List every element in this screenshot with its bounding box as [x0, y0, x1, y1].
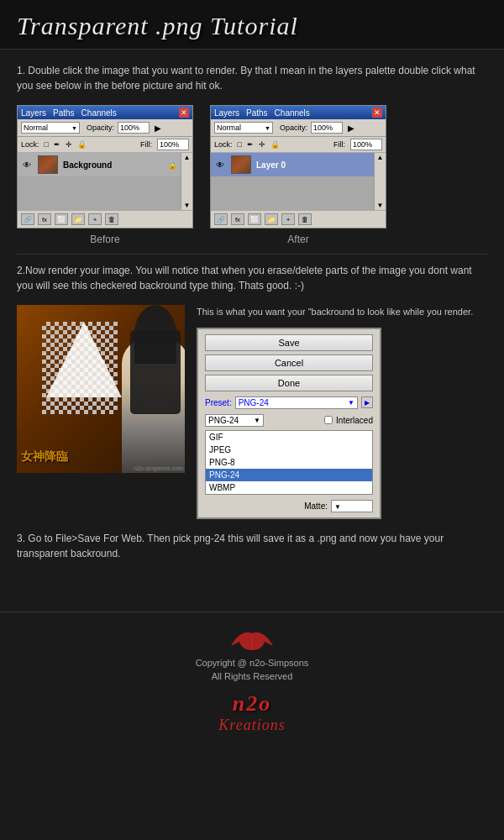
before-fill-label: Fill: — [140, 140, 152, 149]
before-panel-close[interactable]: ✕ — [179, 108, 189, 118]
before-opacity-label: Opacity: — [87, 123, 114, 132]
before-layer-lock-icon: 🔒 — [167, 160, 177, 170]
sfw-matte-row: Matte: ▼ — [198, 498, 380, 517]
sfw-cancel-button[interactable]: Cancel — [205, 354, 373, 371]
after-opacity-input[interactable] — [311, 122, 343, 134]
before-scrollbar[interactable]: ▲ ▼ — [181, 153, 192, 210]
after-btn4[interactable]: 📁 — [265, 213, 278, 225]
before-opacity-input[interactable] — [118, 122, 150, 134]
step2-right: This is what you want your "backround to… — [197, 305, 487, 519]
before-btn1[interactable]: 🔗 — [21, 213, 34, 225]
panels-row: Layers Paths Channels ✕ Normal ▼ Opacity… — [17, 105, 487, 245]
wing-icon — [231, 629, 273, 654]
before-btn4[interactable]: 📁 — [71, 213, 85, 225]
sfw-matte-label: Matte: — [304, 501, 328, 511]
japanese-text: 女神降臨 — [21, 449, 68, 465]
after-panel-titlebar: Layers Paths Channels ✕ — [211, 106, 386, 119]
after-panel-tabs: Layers Paths Channels — [214, 108, 310, 118]
sfw-interlaced-label: Interlaced — [336, 416, 373, 425]
after-layer-row[interactable]: 👁 Layer 0 — [211, 153, 374, 176]
after-fill-label: Fill: — [333, 140, 345, 149]
sfw-format-dropdown[interactable]: PNG-24 ▼ — [205, 414, 264, 427]
after-lock-row: Lock: □ ✒ ✛ 🔒 Fill: — [211, 137, 386, 153]
after-layer-area: 👁 Layer 0 ▲ ▼ — [211, 153, 386, 210]
sfw-btn-row: Save Cancel Done — [198, 329, 380, 393]
sfw-preset-dropdown[interactable]: PNG-24 ▼ — [235, 396, 358, 409]
before-btn3[interactable]: ⬜ — [55, 213, 68, 225]
before-fill-input[interactable] — [157, 139, 189, 150]
before-layer-thumb — [38, 155, 58, 174]
step1-text: 1. Double click the image that you want … — [17, 63, 487, 93]
after-move-icon: ✛ — [259, 140, 265, 149]
sfw-format-png24[interactable]: PNG-24 — [206, 469, 372, 481]
before-brush-icon: ✒ — [54, 140, 60, 149]
before-move-icon: ✛ — [66, 140, 72, 149]
sfw-format-wbmp[interactable]: WBMP — [206, 481, 372, 494]
sfw-format-png8[interactable]: PNG-8 — [206, 456, 372, 469]
after-btn2[interactable]: fx — [231, 213, 244, 225]
after-btn6[interactable]: 🗑 — [298, 213, 312, 225]
after-tab-channels[interactable]: Channels — [275, 108, 310, 118]
sfw-dialog: Save Cancel Done Preset: PNG-24 ▼ ▶ PNG-… — [197, 328, 381, 519]
after-opacity-label: Opacity: — [280, 123, 307, 132]
after-eye-icon[interactable]: 👁 — [214, 159, 226, 171]
sfw-format-list: GIF JPEG PNG-8 PNG-24 WBMP — [205, 430, 373, 495]
before-layer-area: 👁 Background 🔒 ▲ ▼ — [18, 153, 192, 210]
after-layer-thumb — [231, 155, 251, 174]
before-btn5[interactable]: + — [88, 213, 102, 225]
before-bottom-bar: 🔗 fx ⬜ 📁 + 🗑 — [18, 210, 192, 228]
after-layer-name: Layer 0 — [256, 160, 370, 170]
before-layer-row[interactable]: 👁 Background 🔒 — [18, 153, 181, 176]
after-brush-icon: ✒ — [247, 140, 254, 149]
footer-rights: All Rights Reserved — [212, 671, 293, 681]
page-title: Transparent .png Tutorial — [17, 12, 487, 40]
after-bottom-bar: 🔗 fx ⬜ 📁 + 🗑 — [211, 210, 386, 228]
before-btn2[interactable]: fx — [38, 213, 51, 225]
sfw-preset-right-arrow[interactable]: ▶ — [361, 396, 373, 408]
logo-kreations: Kreations — [218, 717, 285, 734]
anime-girl — [92, 305, 185, 473]
before-panel-tabs: Layers Paths Channels — [21, 108, 117, 118]
sfw-preset-label: Preset: — [205, 398, 232, 407]
before-eye-icon[interactable]: 👁 — [21, 159, 33, 171]
sfw-interlaced-checkbox[interactable] — [324, 416, 333, 424]
after-panel: Layers Paths Channels ✕ Normal ▼ Opacity… — [210, 105, 386, 228]
after-padlock-icon: 🔒 — [270, 140, 280, 149]
logo-container: n2o Kreations — [218, 691, 285, 734]
before-btn6[interactable]: 🗑 — [105, 213, 118, 225]
after-fill-input[interactable] — [350, 139, 382, 150]
step2-text: 2.Now render your image. You will notice… — [17, 263, 487, 293]
before-tab-channels[interactable]: Channels — [81, 108, 117, 118]
step2-row: 女神降臨 n2o-simpsons.com This is what you w… — [17, 305, 487, 519]
before-panel-titlebar: Layers Paths Channels ✕ — [18, 106, 192, 119]
after-btn1[interactable]: 🔗 — [214, 213, 228, 225]
sfw-format-gif[interactable]: GIF — [206, 431, 372, 444]
before-blend-arrow: ▼ — [71, 125, 77, 131]
after-blend-dropdown[interactable]: Normal ▼ — [214, 122, 273, 134]
after-btn5[interactable]: + — [281, 213, 295, 225]
before-tab-paths[interactable]: Paths — [53, 108, 75, 118]
after-panel-close[interactable]: ✕ — [372, 108, 382, 118]
after-scrollbar[interactable]: ▲ ▼ — [374, 153, 386, 210]
sfw-save-button[interactable]: Save — [205, 334, 373, 351]
after-tab-paths[interactable]: Paths — [246, 108, 268, 118]
watermark: n2o-simpsons.com — [134, 465, 183, 471]
after-panel-wrapper: Layers Paths Channels ✕ Normal ▼ Opacity… — [210, 105, 386, 245]
step3-row: 3. Go to File>Save For Web. Then pick pn… — [17, 531, 487, 573]
after-btn3[interactable]: ⬜ — [248, 213, 261, 225]
sfw-preset-value: PNG-24 — [239, 398, 269, 407]
after-expand-arrow[interactable]: ▶ — [348, 123, 354, 133]
before-lock-label: Lock: — [21, 140, 39, 149]
sfw-format-jpeg[interactable]: JPEG — [206, 444, 372, 456]
before-blend-dropdown[interactable]: Normal ▼ — [21, 122, 80, 134]
before-tab-layers[interactable]: Layers — [21, 108, 46, 118]
anime-image: 女神降臨 n2o-simpsons.com — [17, 305, 185, 473]
before-expand-arrow[interactable]: ▶ — [155, 123, 161, 133]
sfw-done-button[interactable]: Done — [205, 375, 373, 391]
after-tab-layers[interactable]: Layers — [214, 108, 239, 118]
sfw-format-arrow: ▼ — [254, 417, 260, 424]
before-panel: Layers Paths Channels ✕ Normal ▼ Opacity… — [17, 105, 193, 228]
title-bar: Transparent .png Tutorial — [0, 0, 504, 50]
sfw-matte-dropdown[interactable]: ▼ — [331, 500, 373, 512]
before-blend-row: Normal ▼ Opacity: ▶ — [18, 119, 192, 137]
